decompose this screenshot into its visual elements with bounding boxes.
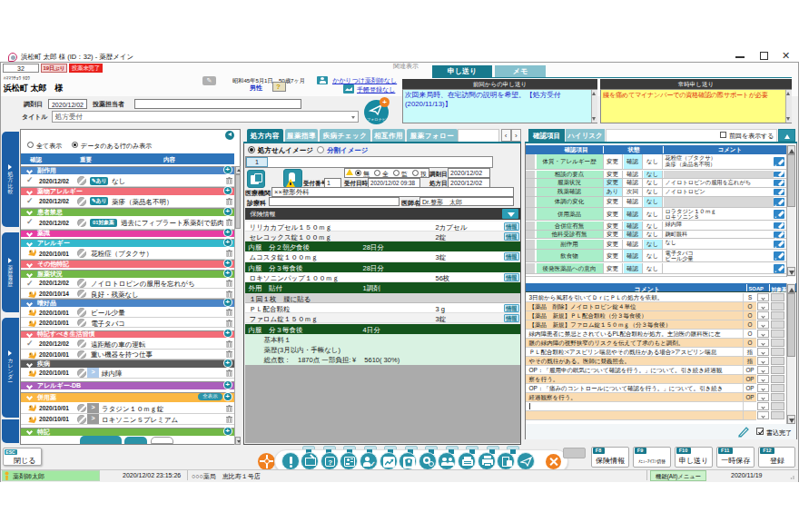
svg-text:フォロナビ: フォロナビ bbox=[367, 117, 387, 122]
